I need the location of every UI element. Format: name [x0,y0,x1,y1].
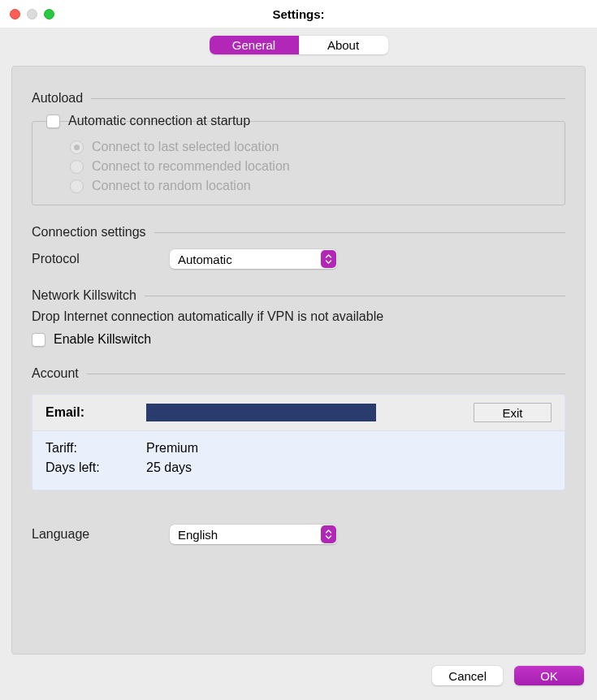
protocol-select-value: Automatic [178,253,232,266]
traffic-lights [10,9,54,19]
killswitch-checkbox[interactable] [32,333,45,347]
close-window-button[interactable] [10,9,20,19]
section-autoload: Autoload Automatic connection at startup… [32,91,565,205]
daysleft-value: 25 days [146,460,192,475]
minimize-window-button [27,9,37,19]
section-connection: Connection settings Protocol Automatic [32,225,565,269]
killswitch-description: Drop Internet connection automatically i… [32,309,565,324]
radio-label: Connect to random location [92,179,251,193]
tab-general[interactable]: General [210,36,299,54]
account-body: Tariff: Premium Days left: 25 days [32,431,565,490]
section-title-connection: Connection settings [32,225,146,240]
radio-random-location [70,179,84,193]
radio-row: Connect to recommended location [70,159,548,174]
section-account: Account Email: Exit Tariff: Premium Days… [32,366,565,490]
section-title-killswitch: Network Killswitch [32,288,136,303]
tabs: General About [11,28,586,58]
account-header-row: Email: Exit [32,395,565,431]
section-language: Language English [32,510,565,544]
exit-button[interactable]: Exit [474,403,552,422]
tariff-label: Tariff: [45,441,135,456]
window-title: Settings: [0,7,597,21]
divider [145,296,565,296]
tab-about[interactable]: About [299,36,388,54]
protocol-select[interactable]: Automatic [170,249,337,269]
titlebar: Settings: [0,0,597,28]
autoload-checkbox-label: Automatic connection at startup [68,114,250,128]
email-value [146,404,376,421]
radio-row: Connect to last selected location [70,140,548,154]
radio-label: Connect to last selected location [92,140,279,154]
radio-last-location [70,140,84,154]
settings-panel: Autoload Automatic connection at startup… [11,66,586,655]
section-killswitch: Network Killswitch Drop Internet connect… [32,288,565,347]
divider [87,374,565,374]
section-title-autoload: Autoload [32,91,83,106]
ok-button[interactable]: OK [514,666,584,685]
protocol-label: Protocol [32,252,154,266]
autoload-checkbox[interactable] [46,115,60,128]
segmented-control: General About [210,36,388,54]
tariff-value: Premium [146,441,198,456]
chevron-up-down-icon [321,250,336,268]
daysleft-label: Days left: [45,460,135,475]
divider [91,98,565,99]
language-label: Language [32,527,154,542]
radio-recommended-location [70,160,84,174]
maximize-window-button[interactable] [44,9,54,19]
footer-buttons: Cancel OK [11,655,586,689]
killswitch-checkbox-label: Enable Killswitch [54,332,151,347]
email-label: Email: [45,405,135,420]
cancel-button[interactable]: Cancel [432,666,503,685]
radio-label: Connect to recommended location [92,159,290,174]
divider [154,232,565,233]
content-area: General About Autoload Automatic connect… [0,28,597,700]
language-select-value: English [178,528,218,542]
language-select[interactable]: English [170,525,337,544]
account-card: Email: Exit Tariff: Premium Days left: 2… [32,394,565,490]
section-title-account: Account [32,366,79,381]
autoload-options-frame: Connect to last selected location Connec… [32,121,565,205]
radio-row: Connect to random location [70,179,548,193]
chevron-up-down-icon [321,525,336,543]
